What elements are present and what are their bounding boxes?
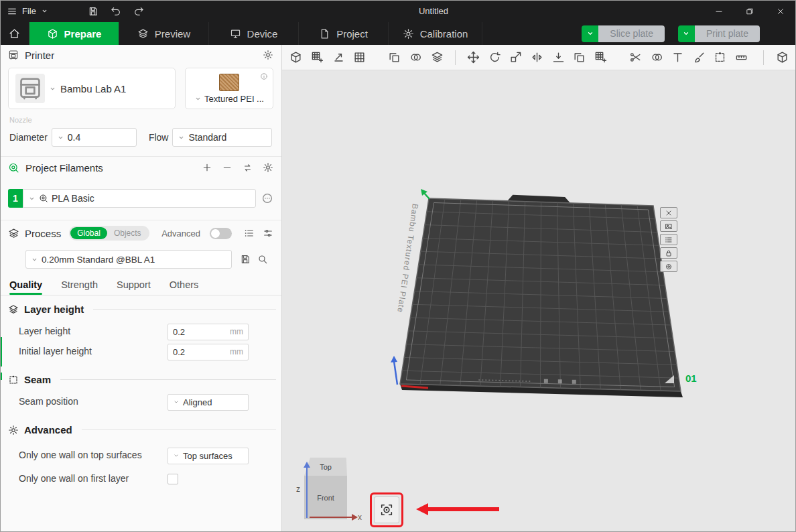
mirror-button[interactable] — [529, 48, 546, 67]
seam-paint-button[interactable] — [712, 48, 729, 67]
filament-select[interactable]: PLA Basic — [23, 189, 256, 208]
home-button[interactable] — [0, 22, 29, 45]
plate-preview-button[interactable] — [660, 220, 677, 232]
add-text-button[interactable] — [669, 48, 687, 67]
mesh-boolean-button[interactable] — [648, 48, 665, 67]
rename-plate-button[interactable] — [660, 234, 677, 245]
one-wall-first-layer-checkbox[interactable] — [168, 474, 178, 484]
initial-layer-height-input[interactable]: 0.2 mm — [168, 344, 249, 360]
advanced-toggle[interactable] — [210, 228, 232, 239]
tab-support[interactable]: Support — [117, 274, 151, 295]
file-menu-button[interactable]: File — [0, 0, 55, 22]
filament-more-button[interactable] — [261, 192, 273, 204]
plate-type-selector[interactable]: Textured PEI ... — [185, 68, 273, 109]
window-title: Untitled — [419, 6, 448, 16]
tune-icon — [263, 228, 273, 239]
chevron-down-icon — [41, 7, 48, 15]
seam-icon — [714, 51, 726, 64]
arrange-button[interactable] — [351, 48, 369, 67]
scope-toggle[interactable]: Global Objects — [69, 226, 149, 241]
save-button[interactable] — [82, 0, 105, 22]
assembly-view-button[interactable] — [773, 48, 791, 67]
one-wall-top-select[interactable]: Top surfaces — [168, 448, 249, 464]
cut-button[interactable] — [627, 48, 645, 67]
filament-settings-button[interactable] — [263, 162, 273, 173]
auto-orient-button[interactable] — [330, 48, 347, 67]
group-header-advanced: Advanced — [0, 424, 276, 436]
printer-settings-button[interactable] — [263, 50, 273, 60]
fill-bed-button[interactable] — [592, 48, 609, 67]
info-icon[interactable] — [260, 72, 268, 80]
more-icon — [261, 192, 273, 204]
tab-project[interactable]: Project — [299, 22, 389, 45]
nozzle-settings-row: Diameter 0.4 Flow Standard — [0, 128, 281, 147]
print-plate-button[interactable]: Print plate — [678, 25, 760, 42]
move-icon — [467, 51, 480, 64]
tab-preview[interactable]: Preview — [119, 22, 209, 45]
maximize-button[interactable] — [734, 0, 765, 22]
variable-layer-height-button[interactable] — [428, 48, 446, 67]
lock-plate-button[interactable] — [660, 247, 677, 259]
navcube-top-face[interactable]: Top — [304, 458, 347, 476]
remove-filament-button[interactable] — [222, 162, 233, 173]
tab-others[interactable]: Others — [170, 274, 199, 295]
tab-device[interactable]: Device — [209, 22, 299, 45]
calibration-icon — [403, 28, 414, 40]
tab-quality[interactable]: Quality — [9, 274, 42, 295]
seam-position-select[interactable]: Aligned — [168, 394, 249, 411]
process-preset-select[interactable]: 0.20mm Standard @BBL A1 — [25, 250, 232, 269]
measure-button[interactable] — [733, 48, 750, 67]
print-plate-dropdown[interactable] — [678, 25, 695, 42]
delete-plate-button[interactable] — [660, 207, 677, 218]
move-button[interactable] — [465, 48, 482, 67]
navcube-front-face[interactable]: Front — [304, 476, 347, 519]
add-filament-button[interactable] — [202, 162, 212, 173]
flow-select[interactable]: Standard — [172, 128, 272, 147]
printer-icon — [8, 50, 19, 60]
add-model-button[interactable] — [287, 48, 305, 67]
scale-button[interactable] — [507, 48, 525, 67]
print-plate-label: Print plate — [695, 25, 760, 42]
nozzle-diameter-select[interactable]: 0.4 — [52, 128, 137, 147]
close-icon — [665, 209, 673, 217]
rule — [60, 379, 276, 380]
boolean-icon — [651, 51, 663, 64]
scope-objects[interactable]: Objects — [107, 227, 148, 239]
split-parts-button[interactable] — [407, 48, 425, 67]
tab-strength[interactable]: Strength — [61, 274, 98, 295]
add-plate-button[interactable] — [309, 48, 326, 67]
lay-on-face-button[interactable] — [549, 48, 567, 67]
save-icon — [240, 254, 251, 265]
slice-plate-dropdown[interactable] — [582, 25, 598, 42]
search-settings-button[interactable] — [257, 254, 268, 265]
redo-button[interactable] — [127, 0, 150, 22]
plate-settings-button[interactable] — [660, 261, 677, 272]
viewport[interactable]: Bambu Textured PEI Plate 01 Top Front z … — [282, 45, 796, 532]
compare-presets-button[interactable] — [263, 228, 273, 239]
layer-height-input[interactable]: 0.2 mm — [168, 324, 249, 340]
tab-prepare[interactable]: Prepare — [29, 22, 119, 45]
clone-button[interactable] — [571, 48, 588, 67]
chevron-down-icon — [173, 399, 180, 405]
printer-selector[interactable]: Bambu Lab A1 — [8, 68, 176, 109]
tab-calibration[interactable]: Calibration — [389, 22, 482, 45]
support-paint-button[interactable] — [691, 48, 708, 67]
rotate-button[interactable] — [486, 48, 503, 67]
printer-model-label: Bambu Lab A1 — [60, 83, 126, 94]
slice-plate-button[interactable]: Slice plate — [582, 25, 665, 42]
build-plate[interactable] — [282, 45, 796, 532]
process-section-header: Process Global Objects Advanced — [0, 222, 281, 245]
minimize-button[interactable] — [704, 0, 734, 22]
hamburger-icon — [7, 6, 17, 17]
printer-cards: Bambu Lab A1 Textured PEI ... — [0, 65, 281, 109]
scope-global[interactable]: Global — [70, 227, 107, 239]
split-objects-button[interactable] — [386, 48, 403, 67]
auto-orient-highlight-button[interactable] — [374, 496, 399, 523]
scan-icon — [379, 503, 394, 517]
chevron-down-icon — [586, 29, 594, 38]
undo-button[interactable] — [105, 0, 127, 22]
sync-filament-button[interactable] — [242, 162, 253, 174]
save-preset-button[interactable] — [240, 254, 251, 265]
close-button[interactable] — [765, 0, 796, 22]
parameter-table-button[interactable] — [244, 228, 255, 239]
